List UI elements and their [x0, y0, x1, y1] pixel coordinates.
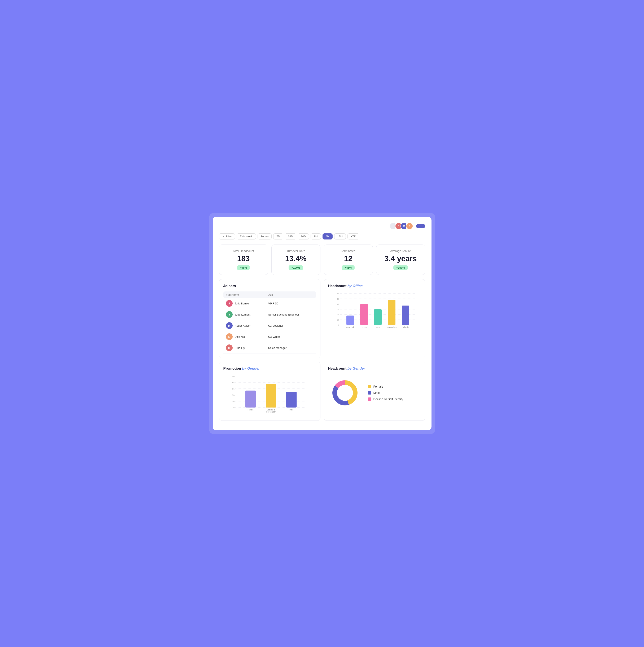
joiner-avatar: B [226, 345, 233, 351]
joiners-title: Joiners [223, 284, 316, 288]
promotion-gender-chart: 01%2%3%4%5%FemaleSelf IdentifyDecline To… [223, 374, 316, 416]
headcount-office-subtitle: by Office [348, 284, 363, 288]
svg-point-43 [337, 385, 353, 401]
kpi-badge-terminated: +45% [342, 265, 355, 270]
svg-text:50: 50 [337, 298, 339, 300]
legend-label-decline: Decline To Self Identify [373, 398, 403, 401]
kpi-value-headcount: 183 [223, 255, 264, 263]
kpi-value-tenure: 3.4 years [380, 255, 421, 263]
svg-text:5%: 5% [231, 375, 234, 377]
joiners-table: Full Name Job J Julia Bernie VP R&D J Ju… [223, 291, 316, 353]
avatar: E [406, 222, 413, 230]
svg-rect-14 [346, 315, 354, 325]
promo-chart-svg: 01%2%3%4%5%FemaleSelf IdentifyDecline To… [223, 374, 316, 416]
svg-text:Male: Male [289, 409, 293, 411]
filter-12m[interactable]: 12M [334, 233, 346, 239]
kpi-label-turnover: Turnover Rate [276, 249, 316, 253]
headcount-gender-panel: Headcount by Gender Female Male [324, 362, 425, 421]
kpi-badge-headcount: +98% [237, 265, 250, 270]
joiner-name-text: Effie Nia [235, 335, 245, 338]
joiner-avatar: J [226, 300, 233, 307]
joiner-name-text: Jude Lamont [235, 313, 251, 316]
legend-decline: Decline To Self Identify [368, 398, 403, 401]
kpi-badge-turnover: +100% [289, 265, 303, 270]
joiner-name-cell: J Jude Lamont [223, 309, 266, 320]
joiners-panel: Joiners Full Name Job J Julia Bernie VP … [219, 279, 320, 358]
legend-female: Female [368, 385, 403, 388]
outer-container: J R E ⛛ Filter This Week Future 7D 14D 3… [209, 213, 435, 434]
filter-label: Filter [226, 235, 232, 238]
joiner-name-cell: J Julia Bernie [223, 298, 266, 309]
filter-30d[interactable]: 30D [298, 233, 309, 239]
filter-6m[interactable]: 6M [323, 233, 333, 239]
joiner-name-text: Julia Bernie [235, 302, 249, 305]
headcount-office-chart: 0102030405060New YorkLondonParisAmsterda… [328, 291, 421, 333]
headcount-office-panel: Headcount by Office 0102030405060New Yor… [324, 279, 425, 358]
svg-rect-20 [388, 300, 396, 325]
joiner-job-cell: Senior Backend Engineer [266, 309, 316, 320]
headcount-gender-title: Headcount by Gender [328, 366, 421, 371]
table-row: J Julia Bernie VP R&D [223, 298, 316, 309]
svg-rect-36 [245, 390, 256, 408]
kpi-row: Total Headcount 183 +98% Turnover Rate 1… [219, 244, 425, 275]
promotion-gender-title: Promotion by Gender [223, 366, 316, 371]
filter-14d[interactable]: 14D [285, 233, 296, 239]
donut-area: Female Male Decline To Self Identify [328, 374, 421, 412]
donut-chart-svg [328, 376, 362, 410]
filter-button[interactable]: ⛛ Filter [219, 233, 235, 239]
svg-text:London: London [361, 326, 367, 328]
svg-text:60: 60 [337, 293, 339, 295]
gender-legend: Female Male Decline To Self Identify [368, 385, 403, 401]
joiner-name-text: Roger Kaison [235, 324, 251, 327]
svg-text:0: 0 [233, 407, 234, 409]
joiner-name-text: Billie Ely [235, 346, 245, 350]
svg-rect-38 [266, 384, 276, 408]
svg-text:1%: 1% [231, 401, 234, 403]
kpi-turnover-rate: Turnover Rate 13.4% +100% [271, 244, 320, 275]
table-row: J Jude Lamont Senior Backend Engineer [223, 309, 316, 320]
table-row: E Effie Nia UX Writer [223, 331, 316, 342]
filter-future[interactable]: Future [258, 233, 272, 239]
kpi-total-headcount: Total Headcount 183 +98% [219, 244, 268, 275]
kpi-label-terminated: Terminated [328, 249, 368, 253]
svg-text:20: 20 [337, 314, 339, 316]
svg-text:Female: Female [247, 409, 254, 411]
col-job: Job [266, 291, 316, 298]
kpi-average-tenure: Average Tenure 3.4 years +100% [376, 244, 425, 275]
dashboard: J R E ⛛ Filter This Week Future 7D 14D 3… [213, 217, 431, 430]
svg-text:2%: 2% [231, 394, 234, 396]
headcount-office-title: Headcount by Office [328, 284, 421, 288]
col-full-name: Full Name [223, 291, 266, 298]
kpi-value-turnover: 13.4% [276, 255, 316, 263]
kpi-label-tenure: Average Tenure [380, 249, 421, 253]
kpi-label-headcount: Total Headcount [223, 249, 264, 253]
joiner-name-cell: B Billie Ely [223, 342, 266, 353]
svg-text:Decline To: Decline To [267, 409, 275, 411]
svg-text:Amsterdam: Amsterdam [387, 326, 396, 328]
office-chart-svg: 0102030405060New YorkLondonParisAmsterda… [328, 291, 421, 333]
svg-text:Self Identify: Self Identify [266, 411, 276, 413]
joiner-job-cell: Sales Manager [266, 342, 316, 353]
filter-bar: ⛛ Filter This Week Future 7D 14D 30D 3M … [219, 233, 425, 239]
svg-rect-18 [374, 309, 382, 325]
svg-text:3%: 3% [231, 388, 234, 390]
avatar-group: J R E [389, 222, 413, 230]
filter-this-week[interactable]: This Week [236, 233, 256, 239]
middle-row: Joiners Full Name Job J Julia Bernie VP … [219, 279, 425, 358]
filter-3m[interactable]: 3M [310, 233, 320, 239]
legend-male: Male [368, 391, 403, 394]
legend-label-male: Male [373, 391, 380, 394]
svg-rect-16 [360, 304, 368, 325]
headcount-gender-subtitle: by Gender [348, 366, 365, 370]
legend-dot-male [368, 391, 371, 394]
filter-ytd[interactable]: YTD [348, 233, 359, 239]
bottom-row: Promotion by Gender 01%2%3%4%5%FemaleSel… [219, 362, 425, 421]
kpi-terminated: Terminated 12 +45% [324, 244, 373, 275]
joiner-name-cell: E Effie Nia [223, 331, 266, 342]
promotion-gender-panel: Promotion by Gender 01%2%3%4%5%FemaleSel… [219, 362, 320, 421]
table-row: B Billie Ely Sales Manager [223, 342, 316, 353]
filter-7d[interactable]: 7D [273, 233, 283, 239]
promotion-gender-subtitle: by Gender [242, 366, 260, 370]
add-insight-button[interactable] [416, 224, 425, 228]
svg-text:Paris: Paris [375, 326, 380, 328]
